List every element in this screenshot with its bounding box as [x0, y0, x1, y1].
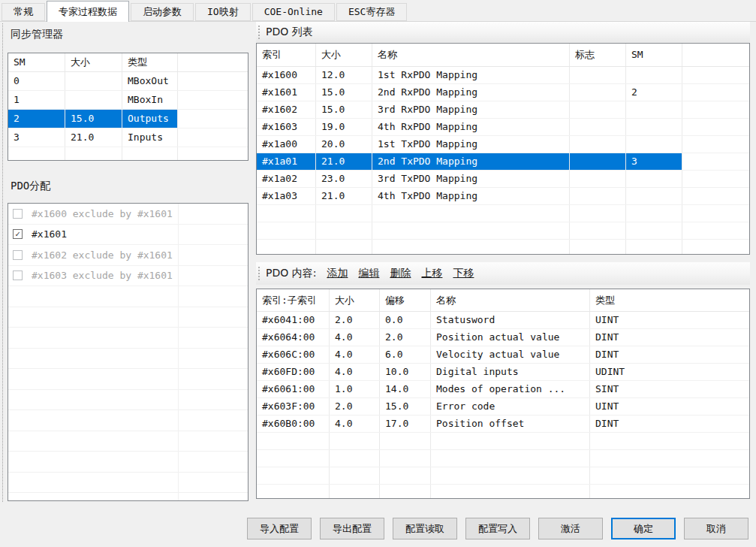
column-header-name: 名称	[431, 289, 590, 311]
table-row[interactable]: #x1a03 21.0 4th TxPDO Mapping	[257, 188, 749, 205]
column-header-offset: 偏移	[380, 289, 431, 311]
empty-row	[8, 307, 248, 328]
sync-manager-header: SM 大小 类型	[8, 53, 248, 72]
column-header-sm: SM	[626, 44, 682, 66]
pdo-content-header: 索引:子索引 大小 偏移 名称 类型	[257, 289, 749, 312]
toolbar-grip[interactable]	[258, 267, 260, 280]
column-header-size: 大小	[330, 289, 380, 311]
table-row[interactable]: #x603F:00 2.0 15.0 Error code UINT	[257, 398, 749, 416]
table-row[interactable]: #x1a00 20.0 1st TxPDO Mapping	[257, 136, 749, 153]
toolbar-grip[interactable]	[258, 26, 260, 39]
table-row-selected[interactable]: #x1a01 21.0 2nd TxPDO Mapping 3	[257, 153, 749, 171]
tab-expert-process-data[interactable]: 专家过程数据	[47, 1, 129, 22]
empty-row	[257, 450, 749, 467]
pdo-list-table: 索引 大小 名称 标志 SM #x1600 12.0 1st RxPDO Map…	[256, 43, 750, 255]
pdo-assign-label: #x1600 exclude by #x1601	[32, 208, 173, 219]
column-header-size: 大小	[65, 53, 122, 71]
table-row[interactable]: 3 21.0 Inputs	[8, 128, 248, 147]
empty-row	[8, 473, 248, 494]
pdo-content-toolbar: PDO 内容: 添加 编辑 删除 上移 下移	[256, 262, 750, 285]
pdo-assign-item: #x1602 exclude by #x1601	[8, 245, 248, 266]
column-header-type: 类型	[122, 53, 178, 71]
empty-row	[8, 349, 248, 370]
pdo-content-table: 索引:子索引 大小 偏移 名称 类型 #x6041:00 2.0 0.0 Sta…	[256, 289, 750, 499]
empty-row	[8, 431, 248, 452]
config-read-button[interactable]: 配置读取	[393, 518, 457, 539]
move-up-button[interactable]: 上移	[421, 267, 442, 280]
pdo-assign-item: #x1600 exclude by #x1601	[8, 204, 248, 225]
pdo-assign-item: #x1603 exclude by #x1601	[8, 266, 248, 287]
table-row[interactable]: #x6041:00 2.0 0.0 Statusword UINT	[257, 312, 749, 329]
empty-row	[257, 240, 749, 255]
tab-bar: 常规 专家过程数据 启动参数 IO映射 COE-Online ESC寄存器	[0, 0, 756, 22]
tab-esc-register[interactable]: ESC寄存器	[336, 3, 407, 21]
tab-coe-online[interactable]: COE-Online	[252, 3, 335, 21]
empty-row	[8, 147, 248, 161]
column-header-flags: 标志	[570, 44, 626, 66]
import-config-button[interactable]: 导入配置	[247, 518, 312, 539]
tab-startup-parameters[interactable]: 启动参数	[131, 3, 194, 21]
table-row[interactable]: 1 MBoxIn	[8, 91, 248, 110]
pdo-assign-label: #x1603 exclude by #x1601	[32, 270, 173, 281]
table-row[interactable]: #x606C:00 4.0 6.0 Velocity actual value …	[257, 346, 749, 364]
empty-row	[257, 433, 749, 450]
column-header-index: 索引	[257, 44, 316, 66]
table-row[interactable]: #x1601 15.0 2nd RxPDO Mapping 2	[257, 84, 749, 101]
move-down-button[interactable]: 下移	[453, 267, 474, 280]
empty-row	[257, 222, 749, 240]
column-header-sm: SM	[8, 53, 65, 71]
activate-button[interactable]: 激活	[538, 518, 603, 539]
table-row[interactable]: #x6064:00 4.0 2.0 Position actual value …	[257, 329, 749, 346]
cancel-button[interactable]: 取消	[684, 518, 748, 539]
empty-row	[8, 369, 248, 390]
table-row[interactable]: #x6061:00 1.0 14.0 Modes of operation ..…	[257, 381, 749, 398]
checkbox-icon	[13, 209, 23, 219]
config-write-button[interactable]: 配置写入	[465, 518, 530, 539]
export-config-button[interactable]: 导出配置	[320, 518, 384, 539]
pdo-list-header: 索引 大小 名称 标志 SM	[257, 44, 749, 67]
pdo-assign-label: #x1601	[32, 228, 67, 240]
add-button[interactable]: 添加	[327, 267, 348, 280]
pdo-assign-item[interactable]: ✓ #x1601	[8, 225, 248, 246]
empty-row	[8, 410, 248, 431]
empty-row	[257, 205, 749, 222]
sync-manager-title: 同步管理器	[11, 28, 63, 41]
column-header-name: 名称	[372, 44, 570, 66]
empty-row	[8, 390, 248, 411]
footer-button-row: 导入配置 导出配置 配置读取 配置写入 激活 确定 取消	[247, 518, 748, 539]
checkbox-icon	[13, 270, 23, 280]
pdo-assign-label: #x1602 exclude by #x1601	[32, 249, 173, 261]
table-row[interactable]: #x1a02 23.0 3rd TxPDO Mapping	[257, 171, 749, 188]
tab-general[interactable]: 常规	[2, 3, 45, 21]
pdo-assign-list: #x1600 exclude by #x1601 ✓ #x1601 #x1602…	[8, 203, 248, 501]
ok-button[interactable]: 确定	[611, 518, 676, 539]
empty-row	[8, 452, 248, 473]
table-row[interactable]: #x1602 15.0 3rd RxPDO Mapping	[257, 101, 749, 119]
table-row-selected[interactable]: 2 15.0 Outputs	[8, 110, 248, 128]
table-row[interactable]: 0 MBoxOut	[8, 72, 248, 91]
table-row[interactable]: #x1603 19.0 4th RxPDO Mapping	[257, 119, 749, 136]
table-row[interactable]: #x60FD:00 4.0 10.0 Digital inputs UDINT	[257, 364, 749, 381]
table-row[interactable]: #x1600 12.0 1st RxPDO Mapping	[257, 67, 749, 84]
pdo-list-toolbar: PDO 列表	[256, 22, 750, 42]
tab-io-mapping[interactable]: IO映射	[195, 3, 251, 21]
empty-row	[8, 286, 248, 307]
table-row[interactable]: #x60B0:00 4.0 17.0 Position offset DINT	[257, 416, 749, 433]
column-header-index-subindex: 索引:子索引	[257, 289, 330, 311]
checkbox-checked-icon[interactable]: ✓	[13, 229, 23, 239]
edit-button[interactable]: 编辑	[358, 267, 379, 280]
sync-manager-table: SM 大小 类型 0 MBoxOut 1 MBoxIn 2 15.0 Outpu…	[8, 53, 248, 161]
panel-splitter-grip	[2, 23, 3, 502]
delete-button[interactable]: 删除	[390, 267, 411, 280]
empty-row	[8, 328, 248, 349]
empty-row	[257, 485, 749, 499]
column-header-size: 大小	[316, 44, 372, 66]
checkbox-icon	[13, 250, 23, 260]
pdo-list-title: PDO 列表	[266, 26, 313, 39]
pdo-assign-title: PDO分配	[11, 180, 50, 193]
pdo-content-title: PDO 内容:	[266, 267, 316, 280]
empty-row	[8, 493, 248, 501]
column-header-type: 类型	[590, 289, 749, 311]
empty-row	[257, 467, 749, 485]
